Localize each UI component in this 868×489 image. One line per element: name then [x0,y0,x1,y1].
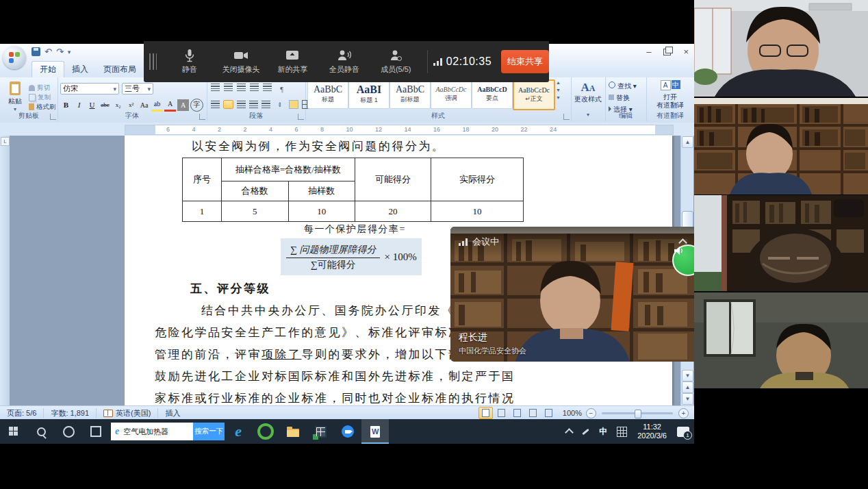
bullets-icon[interactable] [211,84,220,91]
style-heading1[interactable]: AaBI 标题 1 [348,79,390,109]
restore-button[interactable] [663,49,671,55]
taskbar-app-browser[interactable] [252,419,279,444]
taskbar-app-word[interactable]: W [361,419,389,444]
open-youdao-button[interactable]: 打开 有道翻译 [646,93,694,110]
format-painter-button[interactable]: 格式刷 [29,102,56,112]
find-button[interactable]: 查找 ▾ [609,82,637,91]
enclose-characters-button[interactable]: 字 [190,99,203,112]
participant-video-4[interactable] [694,292,868,388]
tray-expand-button[interactable] [561,419,577,444]
zoom-level[interactable]: 100% [563,409,582,417]
redo-icon[interactable]: ↷ [56,47,64,57]
decrease-indent-icon[interactable] [250,84,259,91]
style-title[interactable]: AaBbC 标题 [307,79,348,109]
tray-input-tool[interactable] [577,419,594,444]
tab-home[interactable]: 开始 [31,61,64,77]
change-case-button[interactable]: Aa [138,99,150,111]
zoom-slider-thumb[interactable] [635,410,641,418]
undo-icon[interactable]: ↶ [44,47,52,57]
qat-customize-icon[interactable]: ▾ [68,49,71,55]
taskbar-app-ie[interactable]: e [225,419,252,444]
cut-button[interactable]: 剪切 [29,83,56,92]
multilevel-list-icon[interactable] [237,84,246,91]
numbering-icon[interactable] [224,84,233,91]
previous-page-button[interactable]: ▲ [682,381,693,393]
scroll-up-button[interactable]: ▲ [682,136,693,148]
floating-video-window[interactable]: 会议中 程长进 中国化学品安全协会 [450,227,694,362]
styles-scroll-up-icon[interactable]: ▲ [556,80,561,85]
align-center-icon[interactable] [223,100,233,109]
view-web-layout-button[interactable] [510,407,524,419]
view-outline-button[interactable] [526,407,540,419]
next-page-button[interactable]: ▼ [682,393,693,405]
highlight-color-button[interactable]: ab [151,98,163,112]
underline-button[interactable]: U [86,99,98,111]
bold-button[interactable]: B [60,99,72,111]
save-icon[interactable] [31,47,40,56]
align-right-icon[interactable] [237,101,246,108]
font-dialog-launcher-icon[interactable] [199,114,205,120]
taskbar-app-explorer[interactable] [279,419,307,444]
horizontal-ruler[interactable]: 6 4 2 2 4 6 8 10 12 14 16 18 20 22 24 [0,123,694,136]
view-print-layout-button[interactable] [478,407,493,419]
ime-indicator[interactable]: 中 [594,419,612,444]
tab-stop-selector[interactable]: L [1,137,10,146]
camera-off-button[interactable]: 关闭摄像头 [215,49,266,75]
styles-scroll-down-icon[interactable]: ▼ [556,88,561,92]
task-view-button[interactable] [82,419,110,444]
font-name-select[interactable]: 仿宋▾ [60,83,119,95]
new-share-button[interactable]: 新的共享 [267,49,318,75]
vertical-ruler[interactable] [0,136,10,405]
superscript-button[interactable]: x² [125,99,137,111]
increase-indent-icon[interactable] [263,84,272,91]
view-fullscreen-button[interactable] [494,407,509,419]
align-left-icon[interactable] [211,101,220,108]
view-draft-button[interactable] [541,407,556,419]
style-strong[interactable]: AaBbCcD 要点 [472,79,513,109]
font-size-select[interactable]: 三号▾ [122,83,153,95]
style-normal[interactable]: AaBbCcDc ↵正文 [513,79,555,110]
ime-keyboard-button[interactable] [612,419,632,444]
paragraph-dialog-launcher-icon[interactable] [298,114,304,120]
taskbar-app-meeting[interactable] [334,419,361,444]
taskbar-clock[interactable]: 11:32 2020/3/6 [632,423,672,440]
scroll-down-button[interactable]: ▼ [682,370,693,381]
zoom-in-button[interactable]: + [678,408,689,418]
justify-icon[interactable] [249,101,258,108]
participant-video-3[interactable] [694,195,868,292]
minimize-button[interactable]: – [646,47,651,57]
copy-button[interactable]: 复制 [29,92,56,102]
styles-more-icon[interactable]: ▼ [556,95,561,100]
style-emphasis[interactable]: AaBbCcDc 强调 [431,79,472,109]
office-button[interactable] [3,46,26,69]
participant-video-1[interactable] [694,0,868,97]
tab-insert[interactable]: 插入 [64,62,96,77]
distribute-icon[interactable] [261,101,270,108]
search-input[interactable]: 空气电加热器 [119,427,193,437]
style-subtitle[interactable]: AaBbC 副标题 [390,79,431,109]
line-spacing-icon[interactable]: ⇕ [274,99,285,110]
replace-button[interactable]: 替换 [609,93,637,103]
tab-page-layout[interactable]: 页面布局 [96,62,144,77]
status-words[interactable]: 字数: 1,891 [44,408,97,418]
status-language[interactable]: 英语(美国) [97,408,158,418]
change-styles-button[interactable]: AA 更改样式 ▾ [571,77,606,121]
search-go-button[interactable]: 搜索一下 [193,423,225,440]
end-share-button[interactable]: 结束共享 [501,50,549,73]
taskbar-search-button[interactable] [27,419,55,444]
zoom-out-button[interactable]: − [586,408,596,418]
members-button[interactable]: 成员(5/5) [370,49,422,75]
mute-all-button[interactable]: 全员静音 [318,49,370,75]
ie-search-box[interactable]: e 空气电加热器 搜索一下 [111,423,225,440]
cortana-button[interactable] [55,419,82,444]
start-button[interactable] [0,419,27,444]
close-button[interactable]: × [683,47,689,57]
character-shading-button[interactable]: A [177,99,189,111]
zoom-slider[interactable] [602,412,673,414]
clipboard-dialog-launcher-icon[interactable] [50,114,56,120]
mute-button[interactable]: 静音 [164,49,215,75]
strikethrough-button[interactable]: abc [99,99,111,111]
status-page[interactable]: 页面: 5/6 [0,408,44,418]
subscript-button[interactable]: x₂ [112,99,124,111]
taskbar-app-excel[interactable] [307,419,334,444]
